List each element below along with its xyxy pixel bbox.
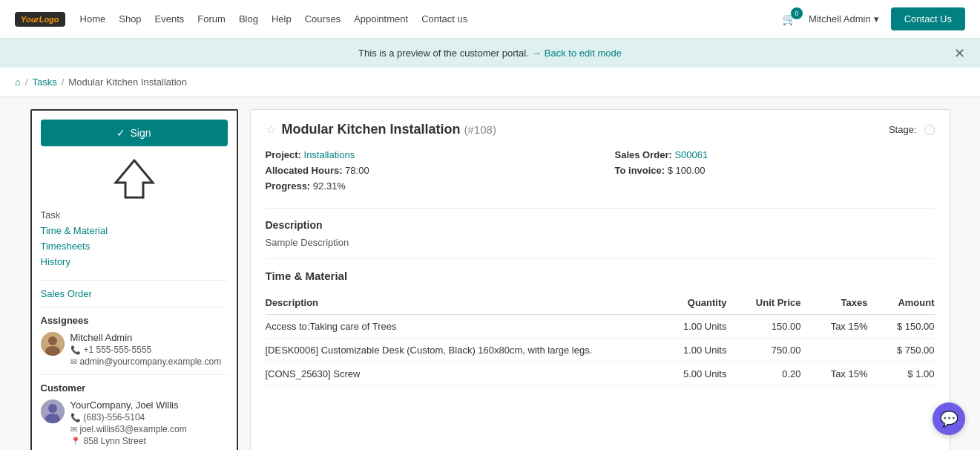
project-label: Project: (266, 149, 301, 160)
email-icon: ✉ (70, 357, 77, 367)
customer-email-icon: ✉ (70, 425, 77, 434)
preview-banner: This is a preview of the customer portal… (0, 39, 980, 68)
divider-1 (266, 208, 935, 209)
svg-point-2 (48, 336, 57, 345)
breadcrumb-current: Modular Kitchen Installation (68, 76, 187, 88)
home-icon: ⌂ (15, 76, 21, 88)
main-content: ✓ Sign Task Time & Material Timesheets H… (16, 97, 965, 450)
breadcrumb-sep-2: / (62, 76, 65, 88)
assignee-item: Mitchell Admin 📞 +1 555-555-5555 ✉ admin… (41, 332, 228, 367)
meta-left: Project: Installations Allocated Hours: … (266, 149, 585, 196)
task-id: (#108) (464, 123, 496, 136)
right-panel: ☆ Modular Kitchen Installation (#108) St… (250, 109, 950, 450)
stage-circle (924, 125, 935, 135)
sign-button[interactable]: ✓ Sign (41, 120, 228, 146)
close-banner-button[interactable]: ✕ (954, 45, 965, 62)
row1-taxes: Tax 15% (801, 321, 868, 332)
navbar-right: 🛒 0 Mitchell Admin ▾ Contact Us (782, 7, 965, 30)
nav-home[interactable]: Home (80, 13, 106, 25)
sidebar-time-material[interactable]: Time & Material (41, 223, 228, 238)
table-header: Description Quantity Unit Price Taxes Am… (266, 291, 935, 315)
stage-section: Stage: (889, 124, 935, 135)
time-material-heading: Time & Material (266, 270, 935, 282)
description-heading: Description (266, 219, 935, 231)
admin-name: Mitchell Admin (809, 13, 871, 25)
customer-phone-icon: 📞 (70, 413, 81, 423)
row3-desc: [CONS_25630] Screw (266, 368, 638, 379)
sidebar-timesheets[interactable]: Timesheets (41, 238, 228, 254)
row1-desc: Access to:Taking care of Trees (266, 321, 638, 332)
allocated-label: Allocated Hours: (266, 165, 343, 176)
preview-text: This is a preview of the customer portal… (358, 48, 529, 59)
sidebar-history[interactable]: History (41, 254, 228, 270)
cart-badge: 0 (791, 7, 803, 19)
assignee-phone: 📞 +1 555-555-5555 (70, 345, 222, 355)
nav-blog[interactable]: Blog (239, 13, 258, 25)
nav-forum[interactable]: Forum (197, 13, 226, 25)
table-row: Access to:Taking care of Trees 1.00 Unit… (266, 315, 935, 339)
customer-phone-number: (683)-556-5104 (84, 412, 145, 423)
sales-order-value-link[interactable]: S00061 (674, 149, 708, 160)
stage-label: Stage: (889, 124, 917, 135)
nav-appointment[interactable]: Appointment (354, 13, 408, 25)
assignees-label: Assignees (41, 315, 228, 326)
task-header: ☆ Modular Kitchen Installation (#108) St… (266, 122, 935, 137)
cart-icon[interactable]: 🛒 0 (782, 12, 797, 26)
meta-right: Sales Order: S00061 To invoice: $ 100.00 (615, 149, 935, 196)
customer-info: YourCompany, Joel Willis 📞 (683)-556-510… (70, 400, 187, 446)
customer-email-address: joel.willis63@example.com (80, 424, 187, 434)
th-unit-price: Unit Price (727, 297, 801, 308)
sidebar-divider-3 (41, 374, 228, 375)
nav-courses[interactable]: Courses (305, 13, 341, 25)
customer-name: YourCompany, Joel Willis (70, 400, 187, 411)
back-to-edit-link[interactable]: Back to edit mode (545, 48, 622, 59)
nav-shop[interactable]: Shop (119, 13, 141, 25)
sidebar-sales-order[interactable]: Sales Order (41, 288, 92, 299)
row2-amount: $ 750.00 (868, 345, 935, 356)
nav-events[interactable]: Events (155, 13, 185, 25)
description-text: Sample Description (266, 237, 935, 248)
breadcrumb: ⌂ / Tasks / Modular Kitchen Installation (0, 68, 980, 97)
chat-bubble[interactable]: 💬 (933, 402, 965, 435)
assignee-info: Mitchell Admin 📞 +1 555-555-5555 ✉ admin… (70, 332, 222, 367)
breadcrumb-sep-1: / (25, 76, 28, 88)
star-icon[interactable]: ☆ (266, 123, 276, 137)
assignee-avatar (41, 332, 65, 356)
contact-us-button[interactable]: Contact Us (891, 7, 965, 30)
th-description: Description (266, 297, 638, 308)
row3-qty: 5.00 Units (638, 368, 727, 379)
up-arrow-decoration (41, 157, 228, 201)
tasks-breadcrumb[interactable]: Tasks (32, 76, 56, 88)
nav-contact-us[interactable]: Contact us (421, 13, 467, 25)
customer-address-text: 858 Lynn Street (84, 436, 146, 446)
svg-marker-0 (116, 160, 153, 198)
nav-help[interactable]: Help (272, 13, 292, 25)
row2-price: 750.00 (727, 345, 801, 356)
customer-email: ✉ joel.willis63@example.com (70, 424, 187, 434)
sidebar-nav: Task Time & Material Timesheets History (41, 207, 228, 270)
th-amount: Amount (868, 297, 935, 308)
row3-taxes: Tax 15% (801, 368, 868, 379)
logo[interactable]: YourLogo (15, 12, 65, 27)
th-taxes: Taxes (801, 297, 868, 308)
customer-address: 📍 858 Lynn Street (70, 436, 187, 446)
assignee-name: Mitchell Admin (70, 332, 222, 343)
nav-links: Home Shop Events Forum Blog Help Courses… (80, 13, 468, 25)
allocated-row: Allocated Hours: 78:00 (266, 165, 585, 176)
customer-item: YourCompany, Joel Willis 📞 (683)-556-510… (41, 400, 228, 446)
task-meta: Project: Installations Allocated Hours: … (266, 149, 935, 196)
admin-dropdown[interactable]: Mitchell Admin ▾ (809, 13, 879, 25)
project-link[interactable]: Installations (304, 149, 355, 160)
row3-amount: $ 1.00 (868, 368, 935, 379)
task-title-row: ☆ Modular Kitchen Installation (#108) (266, 122, 496, 137)
sidebar-divider-2 (41, 307, 228, 307)
home-breadcrumb[interactable]: ⌂ (15, 76, 21, 88)
arrow-icon: → (532, 48, 542, 59)
progress-label: Progress: (266, 180, 311, 192)
row3-price: 0.20 (727, 368, 801, 379)
navbar: YourLogo Home Shop Events Forum Blog Hel… (0, 0, 980, 39)
invoice-label: To invoice: (615, 165, 665, 176)
progress-row: Progress: 92.31% (266, 180, 585, 192)
row1-price: 150.00 (727, 321, 801, 332)
sales-order-row: Sales Order: S00061 (615, 149, 935, 160)
